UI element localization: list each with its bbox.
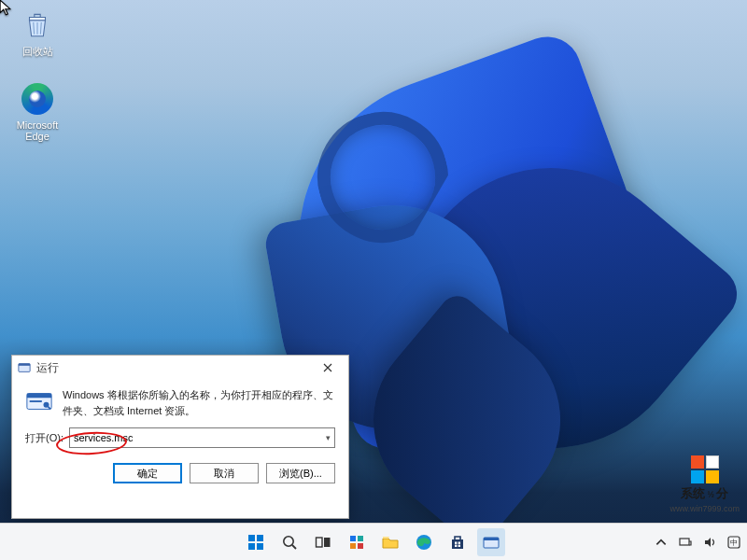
ime-icon[interactable]: 中: [726, 535, 741, 550]
run-title-icon: [18, 361, 31, 374]
network-icon[interactable]: [678, 535, 693, 550]
chevron-down-icon[interactable]: ▾: [326, 433, 331, 442]
cancel-button[interactable]: 取消: [190, 463, 259, 483]
svg-rect-15: [350, 543, 356, 549]
taskbar-center: [242, 528, 505, 556]
edge-browser-icon[interactable]: Microsoft Edge: [6, 82, 69, 142]
svg-point-10: [284, 536, 293, 545]
watermark-url: www.win7999.com: [669, 504, 740, 513]
svg-rect-4: [30, 400, 42, 402]
run-dialog: 运行 Windows 将根据你所输入的名称，为你打开相应的程序、文件夹、文档或 …: [11, 355, 349, 519]
svg-rect-14: [358, 536, 363, 541]
svg-rect-1: [19, 364, 30, 366]
edge-label: Microsoft Edge: [6, 119, 69, 142]
system-tray: 中: [654, 535, 741, 550]
taskbar: 中: [0, 523, 747, 560]
svg-rect-6: [248, 535, 255, 541]
svg-rect-12: [324, 538, 331, 547]
svg-rect-11: [317, 538, 323, 547]
svg-rect-13: [350, 536, 356, 541]
file-explorer-button[interactable]: [376, 528, 404, 556]
svg-rect-20: [455, 544, 457, 546]
recycle-bin-label: 回收站: [6, 45, 69, 59]
tray-chevron-up-icon[interactable]: [654, 535, 669, 550]
ok-button[interactable]: 确定: [113, 463, 182, 483]
svg-rect-24: [680, 539, 689, 545]
run-taskbar-button[interactable]: [477, 528, 505, 556]
close-button[interactable]: [313, 357, 343, 378]
desktop: 回收站 Microsoft Edge 运行 Windows 将根据你所输入的名称…: [0, 0, 747, 560]
run-title-text: 运行: [36, 360, 59, 376]
store-button[interactable]: [444, 528, 472, 556]
svg-rect-8: [248, 543, 255, 550]
watermark-brand: 系统½分: [681, 485, 728, 502]
recycle-bin-icon[interactable]: 回收站: [6, 7, 69, 59]
volume-icon[interactable]: [702, 535, 717, 550]
open-label: 打开(O):: [25, 431, 63, 445]
start-button[interactable]: [242, 528, 270, 556]
svg-rect-9: [257, 543, 263, 550]
search-button[interactable]: [275, 528, 303, 556]
svg-rect-16: [358, 543, 363, 549]
svg-text:中: 中: [730, 539, 738, 547]
watermark: 系统½分 www.win7999.com: [668, 452, 741, 517]
run-titlebar[interactable]: 运行: [12, 356, 348, 380]
task-view-button[interactable]: [309, 528, 337, 556]
edge-taskbar-button[interactable]: [410, 528, 438, 556]
svg-rect-23: [484, 538, 499, 540]
svg-rect-7: [257, 535, 263, 541]
svg-rect-21: [458, 544, 460, 546]
open-value: services.msc: [74, 432, 134, 443]
open-combobox[interactable]: services.msc ▾: [69, 427, 335, 448]
svg-rect-18: [455, 541, 457, 543]
svg-rect-3: [27, 394, 51, 399]
watermark-logo-icon: [691, 455, 719, 483]
run-app-icon: [25, 387, 53, 415]
browse-button[interactable]: 浏览(B)...: [266, 463, 335, 483]
run-description: Windows 将根据你所输入的名称，为你打开相应的程序、文件夹、文档或 Int…: [63, 387, 335, 418]
svg-rect-19: [458, 541, 460, 543]
widgets-button[interactable]: [343, 528, 371, 556]
